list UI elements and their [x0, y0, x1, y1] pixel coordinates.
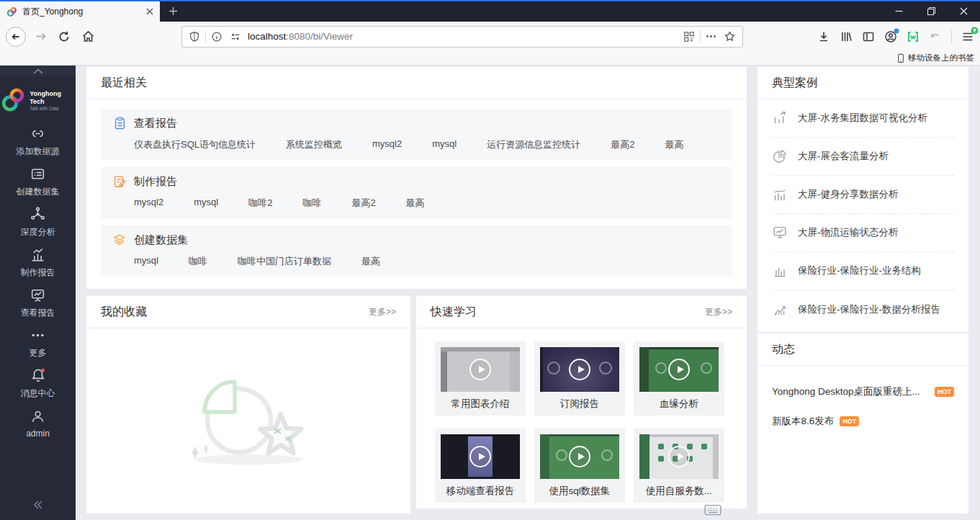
browser-tab-active[interactable]: 首页_Yonghong — [0, 1, 160, 22]
recent-item-link[interactable]: 最高 — [361, 255, 380, 268]
sidebar-item-deep-analysis[interactable]: 深度分析 — [0, 202, 76, 242]
recent-item-link[interactable]: 咖啡2 — [248, 197, 272, 210]
recent-item-link[interactable]: mysql — [194, 197, 218, 210]
window-minimize-button[interactable] — [883, 0, 915, 22]
library-icon[interactable] — [840, 30, 853, 43]
recent-item-link[interactable]: 系统监控概览 — [286, 138, 342, 151]
link-icon — [30, 125, 46, 142]
forward-button[interactable] — [34, 30, 48, 43]
bar-chart-arrow-icon — [772, 110, 788, 126]
bookmark-star-icon[interactable] — [724, 30, 736, 42]
window-restore-button[interactable] — [915, 0, 948, 22]
recent-item-link[interactable]: 咖啡中国门店订单数据 — [238, 255, 331, 268]
recent-item-link[interactable]: 最高2 — [611, 138, 634, 151]
sidebar-item-message-center[interactable]: 消息中心 — [0, 363, 76, 403]
account-icon[interactable] — [884, 30, 897, 43]
thumb-decoration — [556, 449, 567, 461]
monitor-chart-icon — [772, 225, 788, 241]
sidebar-item-make-report[interactable]: 制作报告 — [0, 242, 76, 282]
yonghong-logo: Yonghong Tech Talk with Data — [0, 86, 76, 115]
video-card[interactable]: 移动端查看报告 — [435, 429, 526, 503]
refresh-button[interactable] — [58, 30, 71, 43]
case-label: 大屏-水务集团数据可视化分析 — [798, 112, 927, 125]
bar-chart-icon — [30, 246, 46, 263]
news-item[interactable]: 新版本8.6发布 HOT — [772, 415, 954, 428]
recent-item-link[interactable]: 最高2 — [351, 197, 375, 210]
new-tab-button[interactable] — [160, 0, 186, 22]
notification-dot — [40, 369, 44, 372]
play-button-icon — [469, 446, 491, 467]
window-close-button[interactable] — [948, 0, 980, 22]
sidebar-item-view-report[interactable]: 查看报告 — [0, 282, 76, 323]
quick-learning-card: 快速学习 更多>> 常用图表介绍 订阅报告 血缘分析 移动端查 — [416, 296, 747, 508]
case-item[interactable]: 大屏-物流运输状态分析 — [772, 214, 954, 252]
video-card[interactable]: 血缘分析 — [634, 341, 724, 416]
sidebar-toggle-icon[interactable] — [862, 30, 875, 43]
recent-item-link[interactable]: 咖啡 — [302, 197, 321, 210]
sidebar-item-more[interactable]: 更多 — [0, 323, 76, 363]
permissions-icon[interactable] — [230, 31, 241, 42]
toolbar-right-icons — [808, 30, 980, 44]
video-card[interactable]: 使用sql数据集 — [534, 429, 625, 503]
page-actions-icon[interactable] — [706, 31, 716, 42]
case-item[interactable]: 保险行业-保险行业-业务结构 — [772, 252, 954, 290]
group-title: 查看报告 — [134, 117, 177, 130]
recent-item-link[interactable]: 运行资源信息监控统计 — [487, 138, 580, 151]
case-item[interactable]: 大屏-健身分享数据分析 — [772, 176, 954, 214]
mobile-bookmarks-folder[interactable]: 移动设备上的书签 — [908, 53, 974, 63]
url-text[interactable]: localhost:8080/bi/Viewer — [248, 31, 676, 42]
news-item[interactable]: Yonghong Desktop桌面版重磅上... HOT — [772, 385, 954, 398]
extension-icon[interactable] — [907, 30, 920, 43]
video-thumbnail[interactable] — [639, 434, 719, 479]
recent-item-link[interactable]: mysql2 — [134, 197, 163, 210]
video-thumbnail[interactable] — [540, 434, 619, 479]
recent-item-link[interactable]: 最高 — [406, 197, 425, 210]
card-header: 快速学习 更多>> — [416, 296, 747, 328]
recent-item-link[interactable]: mysql — [432, 138, 457, 151]
back-button[interactable] — [5, 26, 27, 48]
video-thumbnail[interactable] — [540, 347, 619, 392]
tab-close-icon[interactable] — [146, 8, 153, 15]
sidebar-item-create-dataset[interactable]: 创建数据集 — [0, 161, 76, 202]
video-thumbnail[interactable] — [441, 347, 520, 392]
user-icon — [30, 408, 46, 425]
layers-icon — [112, 233, 127, 247]
logo-title: Yonghong Tech — [30, 90, 76, 106]
site-info-icon[interactable] — [211, 31, 222, 42]
menu-hamburger-icon[interactable] — [961, 30, 974, 43]
recent-item-link[interactable]: 仪表盘执行SQL语句信息统计 — [134, 138, 256, 151]
section-title: 快速学习 — [431, 305, 477, 320]
recent-item-link[interactable]: 最高 — [665, 138, 683, 151]
case-item[interactable]: 大屏-展会客流量分析 — [772, 138, 954, 176]
recent-item-link[interactable]: 咖啡 — [189, 255, 207, 268]
video-thumbnail[interactable] — [639, 347, 719, 392]
sidebar-collapse-button[interactable] — [32, 500, 44, 510]
sidebar-scroll-up-button[interactable] — [0, 66, 76, 76]
tracking-shield-icon[interactable] — [189, 31, 200, 42]
sidebar-item-add-datasource[interactable]: 添加数据源 — [0, 121, 76, 161]
update-badge-icon — [971, 27, 979, 35]
download-icon[interactable] — [817, 30, 830, 43]
home-button[interactable] — [81, 30, 95, 43]
sidebar-item-admin[interactable]: admin — [0, 403, 76, 444]
favorites-more-link[interactable]: 更多>> — [369, 306, 396, 318]
recent-item-link[interactable]: mysql — [134, 255, 158, 268]
thumb-decoration — [701, 362, 712, 374]
toolbar-divider — [951, 30, 952, 44]
qr-code-icon[interactable] — [683, 31, 695, 42]
learning-more-link[interactable]: 更多>> — [705, 306, 732, 318]
undo-icon[interactable] — [929, 30, 942, 43]
ime-keyboard-widget[interactable] — [703, 502, 727, 516]
video-thumbnail[interactable] — [441, 434, 520, 479]
hot-badge: HOT — [935, 387, 954, 397]
play-button-icon — [569, 446, 590, 467]
video-card[interactable]: 使用自服务数... — [634, 429, 724, 503]
video-card[interactable]: 订阅报告 — [534, 341, 625, 416]
video-card[interactable]: 常用图表介绍 — [435, 341, 526, 416]
case-item[interactable]: 大屏-水务集团数据可视化分析 — [772, 99, 954, 138]
case-item[interactable]: 保险行业-保险行业-数据分析报告 — [772, 290, 954, 328]
sidebar-item-label: 深度分析 — [21, 226, 55, 238]
recent-item-link[interactable]: mysql2 — [372, 138, 402, 151]
url-bar[interactable]: localhost:8080/bi/Viewer — [181, 26, 743, 48]
video-title: 使用sql数据集 — [534, 479, 625, 503]
